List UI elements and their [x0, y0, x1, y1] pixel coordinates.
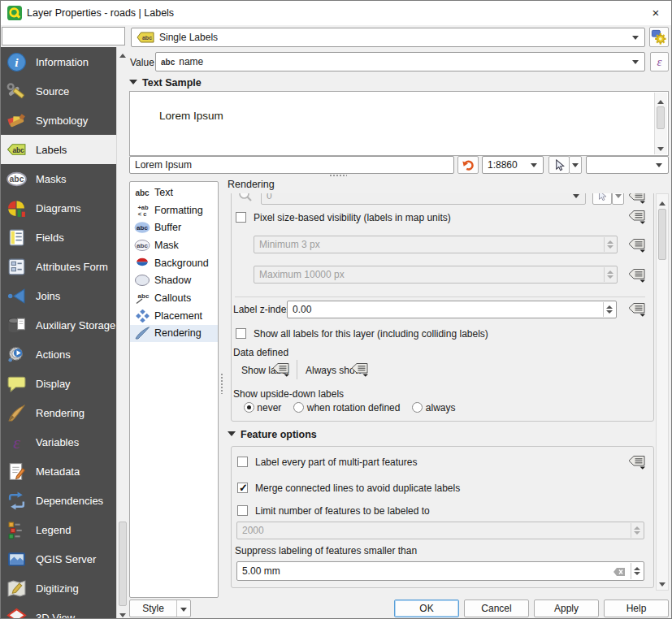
splitter-handle[interactable] [329, 174, 347, 177]
tab-background[interactable]: Background [130, 254, 218, 272]
limit-features-checkbox[interactable] [237, 505, 248, 516]
sidebar-item-labels[interactable]: abcLabels [1, 135, 116, 164]
auxiliary-storage-icon [7, 315, 27, 335]
preview-scrollbar[interactable] [654, 93, 667, 154]
scrollbar-thumb[interactable] [658, 209, 666, 260]
radio-never[interactable]: never [244, 402, 281, 417]
close-icon[interactable]: × [645, 4, 666, 22]
tab-rendering[interactable]: Rendering [130, 325, 218, 343]
sidebar-item-auxiliary-storage[interactable]: Auxiliary Storage [1, 310, 116, 340]
value-field-combo[interactable]: abc name [155, 52, 645, 71]
data-defined-override-icon[interactable] [627, 193, 646, 204]
scrollbar-thumb[interactable] [119, 522, 127, 606]
map-settings-dropdown[interactable] [569, 156, 582, 174]
clear-field-icon[interactable] [613, 567, 626, 577]
spinner-arrows[interactable] [604, 267, 616, 282]
reset-sample-button[interactable] [457, 156, 479, 174]
suppress-spinbox[interactable]: 5.00 mm [236, 561, 644, 581]
show-all-labels-checkbox[interactable] [236, 328, 246, 339]
tab-placement[interactable]: Placement [130, 307, 218, 325]
sidebar-item-symbology[interactable]: Symbology [1, 106, 116, 135]
labels-icon: abc [7, 140, 27, 160]
sidebar-scrollbar[interactable] [116, 47, 128, 619]
ok-button[interactable]: OK [394, 600, 459, 617]
scroll-up-icon[interactable] [657, 195, 668, 206]
limit-features-label: Limit number of features to be labeled t… [255, 505, 430, 517]
splitter-handle[interactable] [220, 373, 223, 394]
search-input[interactable] [6, 28, 135, 45]
data-defined-override-icon[interactable] [627, 210, 646, 224]
sample-text-input[interactable]: Lorem Ipsum [129, 156, 454, 174]
sidebar-item-masks[interactable]: abcMasks [1, 164, 116, 193]
spinner-arrows[interactable] [603, 302, 615, 317]
data-defined-override-icon[interactable] [350, 362, 369, 377]
chevron-down-icon[interactable] [176, 600, 190, 617]
data-defined-override-icon[interactable] [271, 362, 290, 377]
preview-background-combo[interactable] [586, 156, 669, 174]
sidebar-item-attributes-form[interactable]: Attributes Form [1, 252, 116, 281]
scroll-down-icon[interactable] [655, 142, 666, 154]
minimum-pixel-spinbox[interactable]: Minimum 3 px [254, 236, 618, 253]
tab-text[interactable]: abcText [130, 184, 218, 201]
data-defined-override-icon[interactable] [627, 268, 646, 283]
sidebar-item-digitizing[interactable]: Digitizing [1, 574, 116, 603]
radio-button-icon [244, 402, 254, 413]
data-defined-override-icon[interactable] [627, 302, 646, 317]
feature-options-header[interactable]: Feature options [228, 429, 317, 440]
apply-button[interactable]: Apply [534, 600, 599, 617]
minimum-scale-combo[interactable]: 0 [261, 193, 586, 205]
preview-scale-combo[interactable]: 1:8860 [482, 156, 544, 174]
limit-features-spinbox[interactable]: 2000 [236, 522, 644, 539]
set-to-current-scale-button[interactable] [592, 193, 612, 205]
style-button[interactable]: Style [129, 600, 191, 617]
sidebar-item-actions[interactable]: Actions [1, 340, 116, 369]
label-settings-tabs: abcText+ab< cFormattingabcBufferabcMaskB… [129, 181, 219, 598]
sidebar-item-dependencies[interactable]: Dependencies [1, 486, 116, 515]
panel-scrollbar[interactable] [656, 193, 669, 591]
auto-placement-settings-button[interactable] [649, 27, 669, 47]
tab-callouts[interactable]: abcCallouts [130, 289, 218, 307]
spinner-arrows[interactable] [631, 523, 643, 538]
sidebar-item-source[interactable]: Source [1, 76, 116, 106]
label-mode-combo[interactable]: abc Single Labels [131, 28, 645, 47]
label-every-part-checkbox[interactable] [237, 457, 248, 467]
cancel-button[interactable]: Cancel [464, 600, 529, 617]
maximum-pixel-spinbox[interactable]: Maximum 10000 px [254, 266, 618, 284]
merge-lines-checkbox[interactable] [237, 483, 248, 493]
tab-buffer[interactable]: abcBuffer [130, 219, 218, 236]
tab-shadow[interactable]: Shadow [130, 271, 218, 289]
radio-when-rotation-defined[interactable]: when rotation defined [293, 402, 400, 417]
sidebar-item-variables[interactable]: εVariables [1, 427, 116, 457]
sidebar-item-rendering[interactable]: Rendering [1, 398, 116, 427]
radio-always[interactable]: always [412, 402, 455, 417]
scroll-up-icon[interactable] [117, 47, 128, 58]
sidebar-item-diagrams[interactable]: Diagrams [1, 193, 116, 223]
scrollbar-thumb[interactable] [657, 106, 665, 129]
scale-dropdown[interactable] [612, 193, 624, 205]
sidebar-item-legend[interactable]: Legend [1, 515, 116, 544]
pixel-visibility-checkbox[interactable] [236, 212, 246, 223]
sidebar-item-3d-view[interactable]: 3D View [1, 603, 116, 619]
sidebar-item-information[interactable]: iInformation [1, 47, 116, 76]
data-defined-override-icon[interactable] [627, 455, 646, 470]
text-sample-header[interactable]: Text Sample [129, 77, 202, 89]
expression-builder-button[interactable]: ε [650, 52, 669, 71]
sidebar-item-fields[interactable]: Fields [1, 223, 116, 252]
scroll-down-icon[interactable] [117, 608, 128, 619]
spinner-arrows[interactable] [604, 237, 616, 252]
sidebar-item-joins[interactable]: Joins [1, 281, 116, 310]
sidebar-item-metadata[interactable]: Metadata [1, 457, 116, 486]
z-index-spinbox[interactable]: 0.00 [287, 301, 617, 318]
sidebar-search[interactable] [2, 27, 125, 45]
sidebar-item-display[interactable]: Display [1, 369, 116, 398]
data-defined-override-icon[interactable] [627, 238, 646, 253]
label-every-part-label: Label every part of multi-part features [255, 457, 417, 468]
tab-mask[interactable]: abcMask [130, 236, 218, 254]
tab-formatting[interactable]: +ab< cFormatting [130, 201, 218, 219]
scroll-down-icon[interactable] [657, 578, 668, 589]
help-button[interactable]: Help [604, 600, 669, 617]
map-settings-button[interactable] [548, 156, 570, 174]
spinner-arrows[interactable] [631, 563, 643, 579]
scroll-up-icon[interactable] [655, 93, 666, 105]
sidebar-item-qgis-server[interactable]: QGIS Server [1, 544, 116, 574]
